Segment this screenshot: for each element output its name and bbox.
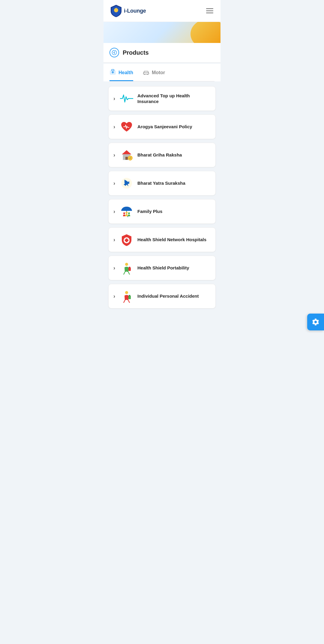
tabs-row: Health Motor xyxy=(110,68,214,81)
product-item-health-shield-portability[interactable]: › Health Shield Portability xyxy=(108,256,216,280)
motor-tab-label: Motor xyxy=(152,70,165,75)
product-icon-portability xyxy=(120,261,133,275)
product-list: › Advanced Top up Health Insurance › Aro… xyxy=(104,81,220,313)
chevron-icon: › xyxy=(113,124,115,130)
svg-rect-23 xyxy=(125,239,128,241)
health-tab-icon xyxy=(110,68,116,77)
svg-rect-4 xyxy=(112,69,114,71)
logo: i-Lounge xyxy=(110,4,146,17)
chevron-icon: › xyxy=(113,180,115,187)
svg-point-9 xyxy=(147,74,148,75)
chevron-icon: › xyxy=(113,293,115,299)
logo-text: i-Lounge xyxy=(124,8,146,14)
svg-text:✓: ✓ xyxy=(129,157,131,159)
product-item-health-shield-network[interactable]: › Health Shield Network Hospitals xyxy=(108,227,216,252)
product-item-advanced-topup[interactable]: › Advanced Top up Health Insurance xyxy=(108,86,216,111)
chevron-icon: › xyxy=(113,237,115,243)
product-name-health-shield-portability: Health Shield Portability xyxy=(137,265,189,271)
chevron-icon: › xyxy=(113,96,115,102)
tab-bar: Health Motor xyxy=(104,64,220,81)
product-name-individual-personal: Individual Personal Accident xyxy=(137,293,199,299)
back-button[interactable] xyxy=(110,48,119,57)
product-icon-heart xyxy=(120,120,133,133)
logo-shield-icon xyxy=(110,4,123,17)
product-name-bharat-yatra: Bharat Yatra Suraksha xyxy=(137,180,185,186)
svg-rect-26 xyxy=(129,267,130,268)
product-icon-house: ✓ xyxy=(120,148,133,162)
product-icon-family xyxy=(120,205,133,218)
svg-rect-25 xyxy=(128,267,131,271)
chevron-icon: › xyxy=(113,152,115,158)
tab-health[interactable]: Health xyxy=(110,68,133,81)
svg-rect-7 xyxy=(143,73,149,74)
svg-rect-13 xyxy=(125,157,128,160)
svg-marker-10 xyxy=(122,150,131,154)
svg-point-8 xyxy=(144,74,145,75)
product-icon-shield-cross xyxy=(120,233,133,246)
svg-point-19 xyxy=(126,212,128,214)
hamburger-menu-button[interactable] xyxy=(205,7,214,14)
tab-motor[interactable]: Motor xyxy=(143,69,165,81)
product-name-arogya-sanjeevani: Arogya Sanjeevani Policy xyxy=(137,124,192,130)
motor-tab-icon xyxy=(143,69,149,77)
product-icon-ecg xyxy=(120,92,133,105)
product-icon-plane xyxy=(120,177,133,190)
svg-point-20 xyxy=(128,212,130,214)
app-header: i-Lounge xyxy=(104,0,220,22)
product-item-individual-personal[interactable]: › Individual Personal Accident xyxy=(108,284,216,308)
product-name-advanced-topup: Advanced Top up Health Insurance xyxy=(137,93,211,105)
svg-rect-28 xyxy=(128,296,131,299)
chevron-icon: › xyxy=(113,208,115,215)
product-item-family-plus[interactable]: › Family Plus xyxy=(108,199,216,224)
products-header: Products xyxy=(104,43,220,62)
svg-point-2 xyxy=(112,50,117,55)
page-title: Products xyxy=(123,49,149,56)
product-item-bharat-yatra[interactable]: › Bharat Yatra Suraksha xyxy=(108,171,216,196)
banner-area xyxy=(104,22,220,43)
svg-rect-29 xyxy=(129,295,130,296)
product-item-bharat-griha[interactable]: › ✓ Bharat Griha Raksha xyxy=(108,143,216,167)
product-icon-accident xyxy=(120,290,133,303)
product-item-arogya-sanjeevani[interactable]: › Arogya Sanjeevani Policy xyxy=(108,114,216,139)
product-name-family-plus: Family Plus xyxy=(137,208,162,214)
product-name-bharat-griha: Bharat Griha Raksha xyxy=(137,152,182,158)
svg-point-18 xyxy=(123,212,125,214)
svg-point-27 xyxy=(125,291,128,294)
product-name-health-shield-network: Health Shield Network Hospitals xyxy=(137,237,206,243)
banner-decoration xyxy=(190,22,220,43)
chevron-icon: › xyxy=(113,265,115,271)
health-tab-label: Health xyxy=(118,70,133,75)
svg-point-24 xyxy=(125,263,128,266)
